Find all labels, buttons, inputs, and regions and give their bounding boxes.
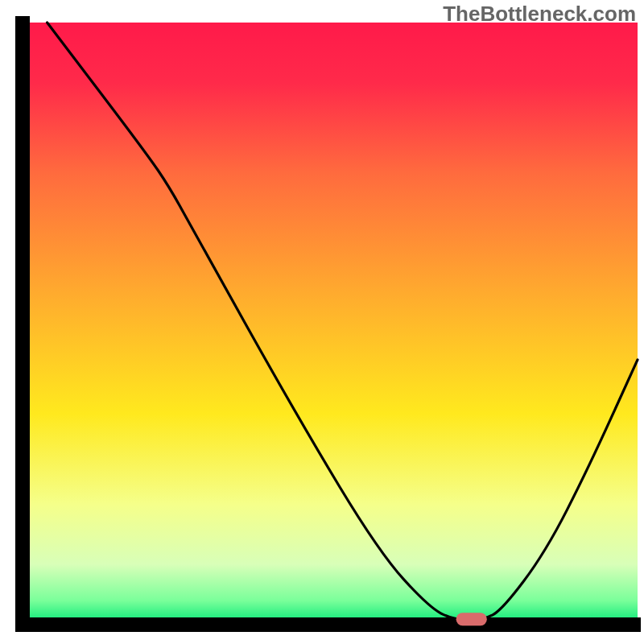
watermark-text: TheBottleneck.com bbox=[443, 2, 636, 27]
bottleneck-chart bbox=[0, 0, 644, 644]
optimal-marker bbox=[456, 613, 487, 625]
chart-container: TheBottleneck.com bbox=[0, 0, 644, 644]
